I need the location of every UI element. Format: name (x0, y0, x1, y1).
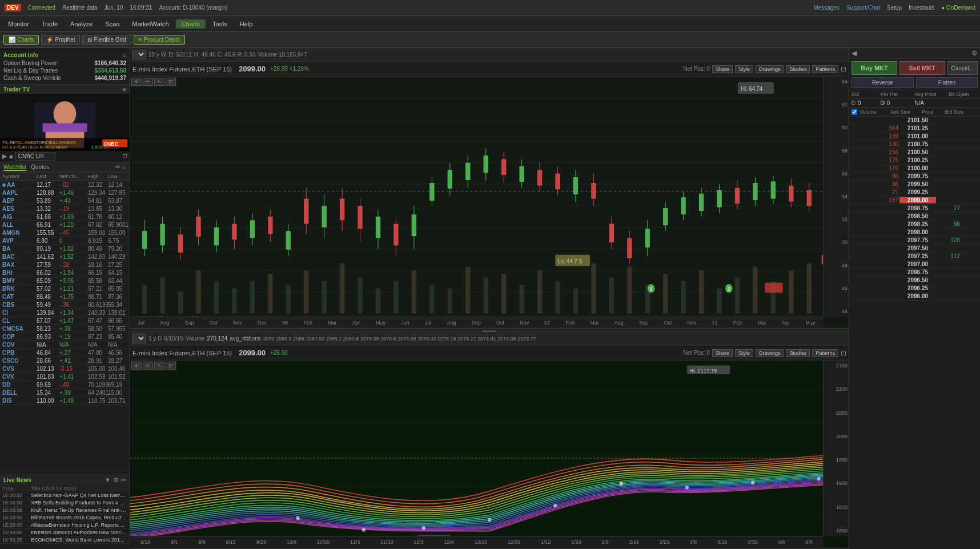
depth-row[interactable]: 2097.00 (849, 261, 980, 269)
tab-quotes[interactable]: Quotes (31, 164, 49, 171)
news-row[interactable]: 16:03:00XRB Sells Building Products to F… (0, 499, 130, 507)
chart2-cursor-btn[interactable]: ↖ (154, 362, 164, 370)
depth-row[interactable]: 1702100.00 (849, 165, 980, 173)
watchlist-row[interactable]: CVX101.83+1.41102.58101.52 (0, 373, 130, 381)
nav-marketwatch[interactable]: MarketWatch (126, 19, 174, 29)
chart2-style-btn[interactable]: Style (735, 349, 753, 357)
news-row[interactable]: 16:03:00Bill Barrett Boosts 2015 Capex, … (0, 514, 130, 522)
chart1-drawings-btn[interactable]: Drawings (756, 65, 784, 73)
watchlist-row[interactable]: BAC141.62+1.52142.60140.29 (0, 253, 130, 261)
trader-tv-menu-icon[interactable]: ≡ (123, 86, 126, 93)
cursor-btn[interactable]: ↖ (154, 78, 164, 86)
tv-channel-input[interactable] (15, 152, 55, 161)
chart1-expand-icon[interactable]: ⊡ (841, 65, 846, 73)
cancel-button[interactable]: Cancel... (947, 61, 978, 75)
depth-row[interactable]: 2098.00 (849, 229, 980, 237)
watchlist-row[interactable]: CMCSA58.23+.3858.5057.955 (0, 325, 130, 333)
chart1-share-btn[interactable]: Share (712, 65, 733, 73)
news-row[interactable]: 15:53:25ECONOMICS: World Bank Lowers 201… (0, 536, 130, 544)
watchlist-row[interactable]: CPB46.84+.2747.0046.56 (0, 349, 130, 357)
product-depth-button[interactable]: ≡ Product Depth (134, 35, 186, 45)
watchlist-row[interactable]: DIS110.00+1.48110.75108.71 (0, 397, 130, 405)
crosshair-btn[interactable]: ✛ (131, 78, 142, 86)
messages-link[interactable]: Messages (813, 5, 840, 11)
depth-row[interactable]: 2101.50 (849, 117, 980, 125)
watchlist-row[interactable]: COP86.93+.1987.2385.40 (0, 333, 130, 341)
watchlist-row[interactable]: BAX17.59-.2818.1617.25 (0, 261, 130, 269)
chart2-studies-btn[interactable]: Studies (786, 349, 810, 357)
chart1-canvas[interactable]: Hi: 64.74 Lo: (130, 77, 849, 328)
chart2-expand-icon[interactable]: ⊡ (841, 349, 846, 357)
prophet-button[interactable]: ⚡ Prophet (41, 35, 80, 45)
settings-icon[interactable]: ⚙ (971, 49, 978, 57)
depth-row[interactable]: 882099.75 (849, 173, 980, 181)
depth-row[interactable]: 2096.25 (849, 284, 980, 292)
news-row[interactable]: 16:03:39Kraft, Heinz Tie-Up Receives Fin… (0, 507, 130, 514)
depth-row[interactable]: 2097.25112 (849, 253, 980, 261)
news-row[interactable]: 15:56:00Investors Bancorp Authorizes New… (0, 529, 130, 536)
watchlist-row[interactable]: CL67.07+1.4767.4766.66 (0, 317, 130, 325)
chart2-drawings-btn[interactable]: Drawings (756, 349, 784, 357)
watchlist-row[interactable]: AA12.17-.0212.3212.14 (0, 181, 130, 189)
watchlist-row[interactable]: ALL66.91+1.2067.0265.9001 (0, 221, 130, 229)
chart2-patterns-btn[interactable]: Patterns (812, 349, 838, 357)
news-edit-icon[interactable]: ✏ (121, 476, 126, 484)
watchlist-row[interactable]: AIG61.68+1.6961.7860.12 (0, 213, 130, 221)
depth-row[interactable]: 1302100.75 (849, 141, 980, 149)
flexible-grid-button[interactable]: ⊞ Flexible Grid (82, 35, 131, 45)
tv-stop-icon[interactable]: ■ (9, 153, 13, 160)
depth-row[interactable]: 212099.25 (849, 189, 980, 197)
depth-row[interactable]: 2098.50 (849, 213, 980, 221)
depth-row[interactable]: 1752100.25 (849, 157, 980, 165)
watchlist-edit-icon[interactable]: ✏ (115, 163, 121, 171)
watchlist-row[interactable]: BMY65.09+3.0665.5863.44 (0, 277, 130, 285)
chart2-share-btn[interactable]: Share (712, 349, 733, 357)
watchlist-menu-icon[interactable]: ≡ (123, 163, 126, 171)
watchlist-row[interactable]: CBS59.49-.3660.619959.34 (0, 301, 130, 309)
watchlist-row[interactable]: DD69.69-.4870.109969.19 (0, 381, 130, 389)
tv-expand-icon[interactable]: ⊡ (122, 153, 127, 160)
tv-play-icon[interactable]: ▶ (2, 153, 7, 160)
support-link[interactable]: Support/Chat (846, 5, 880, 11)
chart1-patterns-btn[interactable]: Patterns (812, 65, 838, 73)
watchlist-row[interactable]: CSCO28.66+.4228.9128.27 (0, 357, 130, 365)
investools-link[interactable]: Investools (909, 5, 934, 11)
depth-row[interactable]: 2096.00 (849, 292, 980, 300)
depth-row[interactable]: 2098.7527 (849, 205, 980, 213)
depth-row[interactable]: 2097.75128 (849, 237, 980, 245)
chart2-crosshair-btn[interactable]: ✛ (131, 362, 142, 370)
flatten-button[interactable]: Flatten (916, 77, 978, 88)
chart2-symbol-select[interactable]: /E (132, 334, 146, 343)
tab-watchlist[interactable]: Watchlist (3, 164, 26, 171)
news-settings-icon[interactable]: ⚙ (113, 476, 119, 484)
chart2-magnet-btn[interactable]: ⊡ (166, 362, 176, 370)
chart1-symbol-select[interactable]: /E (132, 50, 146, 59)
nav-scan[interactable]: Scan (99, 19, 125, 29)
chart1-style-btn[interactable]: Style (735, 65, 753, 73)
watchlist-row[interactable]: CAT88.48+1.7588.7187.36 (0, 293, 130, 301)
volume-checkbox[interactable] (852, 109, 857, 115)
news-row[interactable]: 16:05:22Selectica Non-GAAP Q4 Net Loss N… (0, 492, 130, 499)
watchlist-row[interactable]: AAPL128.88+1.46129.34127.85 (0, 189, 130, 197)
nav-monitor[interactable]: Monitor (2, 19, 35, 29)
watchlist-row[interactable]: CI139.84+1.34140.33138.01 (0, 309, 130, 317)
watchlist-row[interactable]: BA80.19+1.0280.4979.20 (0, 245, 130, 253)
depth-row[interactable]: 2096.50 (849, 276, 980, 284)
watchlist-row[interactable]: DELL15.34+.3864.240115.00 (0, 389, 130, 397)
watchlist-row[interactable]: BRK57.02+1.2157.2165.05 (0, 285, 130, 293)
drawing-tool-btn[interactable]: ✏ (143, 78, 153, 86)
chart2-canvas[interactable]: Hi: 2117.75 Lo: 1813 2099 © 2015 © TD (130, 360, 849, 547)
nav-analyze[interactable]: Analyze (65, 19, 98, 29)
watchlist-row[interactable]: BHI66.02+1.9466.1564.15 (0, 269, 130, 277)
charts-button[interactable]: 📊 Charts (3, 35, 39, 45)
watchlist-row[interactable]: COVN/AN/AN/AN/A (0, 341, 130, 349)
depth-row[interactable]: 1562100.50 (849, 149, 980, 157)
collapse-icon[interactable]: ◀ (852, 49, 857, 57)
depth-row[interactable]: 1872099.00 (849, 197, 980, 205)
chart1-studies-btn[interactable]: Studies (786, 65, 810, 73)
watchlist-row[interactable]: AES13.32-.1913.6513.30 (0, 205, 130, 213)
watchlist-row[interactable]: AEP53.89+.4354.8153.87 (0, 197, 130, 205)
nav-trade[interactable]: Trade (36, 19, 63, 29)
nav-tools[interactable]: Tools (207, 19, 233, 29)
sell-market-button[interactable]: Sell MKT (899, 61, 945, 75)
